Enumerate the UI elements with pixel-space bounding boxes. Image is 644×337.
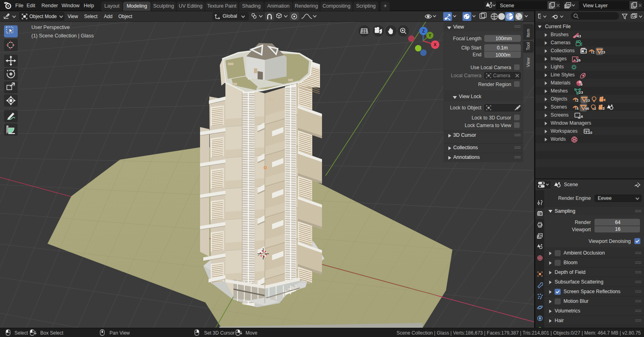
- svg-text:X: X: [433, 42, 437, 47]
- svg-text:Z: Z: [422, 29, 425, 33]
- svg-text:Scene: Scene: [500, 3, 514, 8]
- svg-text:User Perspective: User Perspective: [31, 25, 70, 30]
- svg-text:View Layer: View Layer: [583, 3, 608, 8]
- svg-text:(1) Scene Collection | Glass: (1) Scene Collection | Glass: [31, 33, 94, 39]
- svg-text:Y: Y: [429, 33, 431, 38]
